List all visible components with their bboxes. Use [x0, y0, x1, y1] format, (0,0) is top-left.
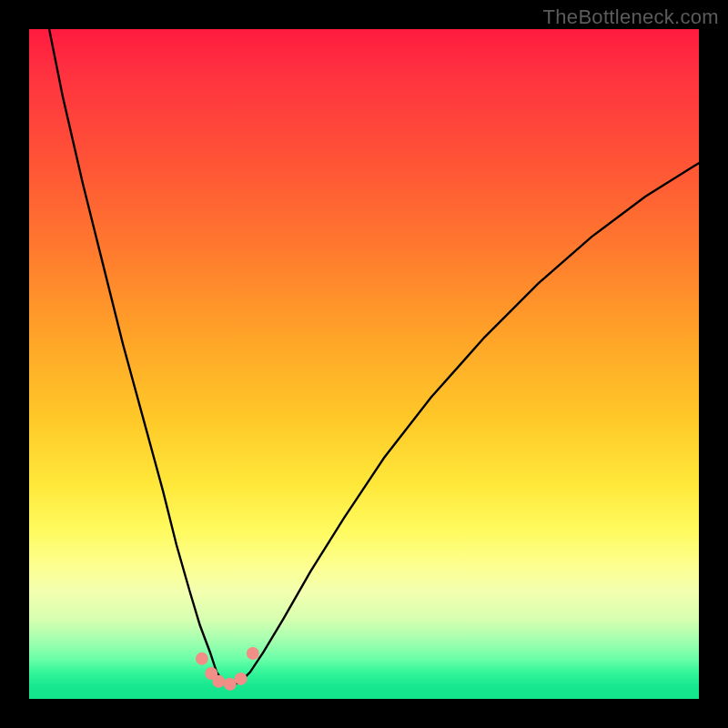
curve-minimum-dots	[196, 647, 259, 691]
bottleneck-curve	[49, 29, 699, 685]
curve-dot	[235, 672, 248, 685]
chart-frame: TheBottleneck.com	[0, 0, 728, 728]
chart-overlay	[29, 29, 699, 699]
curve-dot	[212, 675, 225, 688]
watermark-text: TheBottleneck.com	[543, 5, 719, 29]
curve-dot	[196, 652, 208, 665]
plot-area	[29, 29, 699, 699]
curve-dot	[247, 647, 259, 660]
